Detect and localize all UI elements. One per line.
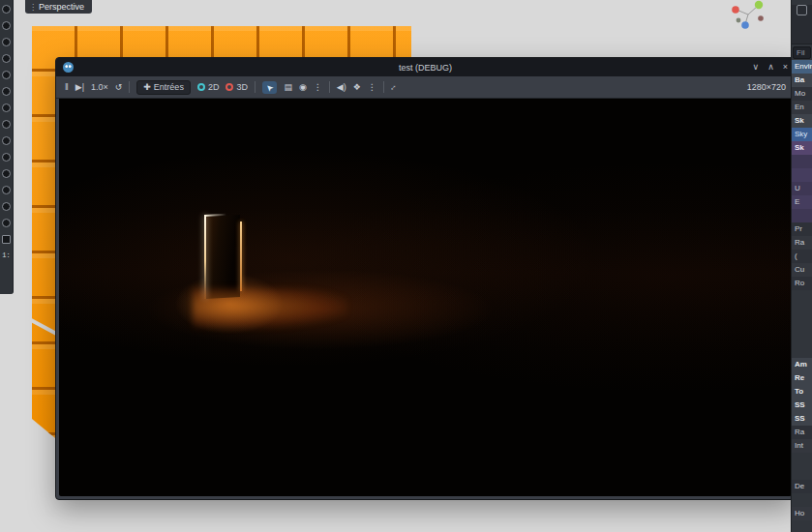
inspector-filter-input[interactable]: Fil bbox=[793, 46, 811, 59]
pause-icon: ‖ bbox=[65, 83, 69, 92]
dock-tool-8-icon[interactable] bbox=[2, 120, 11, 129]
inspector-row[interactable]: Envir bbox=[792, 60, 812, 74]
close-button[interactable]: × bbox=[783, 63, 788, 72]
mode-2d-button[interactable]: 2D bbox=[197, 83, 220, 92]
dock-tool-9-icon[interactable] bbox=[2, 136, 11, 145]
embed-fullscreen-button[interactable]: ↕ bbox=[391, 83, 396, 92]
inspector-row[interactable]: Am bbox=[792, 358, 812, 371]
next-frame-button[interactable]: ▶| bbox=[75, 83, 84, 92]
visibility-icon: ◉ bbox=[299, 83, 307, 92]
dock-list-icon[interactable]: 1: bbox=[2, 251, 11, 260]
game-toolbar: ‖▶|1.0×↺✚Entrées2D3D➤▤◉⋮◀)❖⋮↕ 1280×720 bbox=[56, 76, 795, 99]
dock-tool-13-icon[interactable] bbox=[2, 202, 11, 211]
godot-logo-icon bbox=[63, 62, 74, 73]
dock-tool-3-icon[interactable] bbox=[2, 38, 11, 46]
menu-dots-icon: ⋮ bbox=[29, 3, 36, 12]
dock-tool-11-icon[interactable] bbox=[2, 169, 11, 178]
camera-options-icon: ⋮ bbox=[368, 83, 376, 92]
mute-audio-button[interactable]: ◀) bbox=[337, 83, 346, 92]
scene-ambient-light bbox=[59, 99, 792, 496]
pause-button[interactable]: ‖ bbox=[65, 83, 69, 92]
dock-tool-14-icon[interactable] bbox=[2, 219, 11, 227]
input-mode-button[interactable]: ✚Entrées bbox=[136, 80, 191, 95]
inspector-row bbox=[792, 290, 812, 304]
inspector-row[interactable]: Sk bbox=[792, 141, 812, 155]
inspector-row[interactable]: Sky bbox=[792, 128, 812, 141]
camera-override-button[interactable]: ❖ bbox=[353, 83, 361, 92]
input-mode-button-label: Entrées bbox=[154, 83, 184, 92]
inspector-row[interactable]: Ro bbox=[792, 277, 812, 290]
door-floor-glow bbox=[193, 288, 347, 329]
maximize-button[interactable]: ∧ bbox=[767, 63, 774, 72]
toolbar-separator bbox=[129, 81, 130, 93]
inspector-row[interactable]: Re bbox=[792, 371, 812, 385]
inspector-row[interactable]: Pr bbox=[792, 222, 812, 236]
dock-tool-10-icon[interactable] bbox=[2, 153, 11, 162]
game-window-title: test (DEBUG) bbox=[56, 63, 795, 73]
view-axis-gizmo[interactable] bbox=[726, 0, 770, 33]
inspector-row[interactable]: Ba bbox=[792, 74, 812, 87]
pick-mode-icon: ➤ bbox=[264, 81, 276, 93]
inspector-row[interactable]: SS bbox=[792, 412, 812, 426]
inspector-row[interactable]: Ra bbox=[792, 426, 812, 439]
inspector-row[interactable] bbox=[792, 168, 812, 182]
inspector-row[interactable]: ( bbox=[792, 250, 812, 263]
minimize-button[interactable]: ∨ bbox=[753, 63, 760, 72]
pick-options-icon: ⋮ bbox=[314, 83, 322, 92]
node-list-icon: ▤ bbox=[284, 83, 292, 92]
inspector-row[interactable]: Sk bbox=[792, 114, 812, 128]
game-toolbar-items: ‖▶|1.0×↺✚Entrées2D3D➤▤◉⋮◀)❖⋮↕ bbox=[65, 80, 395, 95]
toolbar-separator bbox=[383, 81, 384, 93]
reset-speed-button[interactable]: ↺ bbox=[115, 83, 123, 92]
inspector-row[interactable]: Cu bbox=[792, 263, 812, 277]
inspector-tab-icon bbox=[797, 5, 807, 15]
inspector-row[interactable]: De bbox=[792, 480, 812, 493]
inspector-row[interactable]: En bbox=[792, 101, 812, 114]
dock-region-icon[interactable] bbox=[2, 235, 11, 244]
mode-3d-button-label: 3D bbox=[236, 83, 248, 92]
game-viewport[interactable] bbox=[59, 99, 792, 496]
axis-gizmo-icon bbox=[726, 0, 770, 29]
dock-tool-12-icon[interactable] bbox=[2, 186, 11, 194]
resolution-label: 1280×720 bbox=[747, 82, 786, 92]
inspector-row[interactable]: Ra bbox=[792, 236, 812, 250]
perspective-menu-button[interactable]: ⋮ Perspective bbox=[25, 0, 92, 14]
inspector-row[interactable]: Mo bbox=[792, 87, 812, 101]
inspector-panel[interactable]: Fil EnvirBaMoEnSkSkySkUEPrRa(CuRoAmReToS… bbox=[791, 0, 812, 532]
inspector-row[interactable] bbox=[792, 209, 812, 222]
inspector-row[interactable]: SS bbox=[792, 399, 812, 412]
dock-tool-5-icon[interactable] bbox=[2, 71, 11, 79]
game-window-titlebar[interactable]: test (DEBUG) ∨∧× bbox=[56, 58, 795, 76]
dock-tool-1-icon[interactable] bbox=[2, 5, 11, 14]
inspector-row bbox=[792, 520, 812, 532]
embed-fullscreen-icon: ↕ bbox=[388, 82, 398, 92]
mode-2d-button-label: 2D bbox=[208, 83, 220, 92]
dock-tool-2-icon[interactable] bbox=[2, 21, 11, 30]
mode-3d-button[interactable]: 3D bbox=[226, 83, 248, 92]
mode-2d-icon bbox=[197, 83, 205, 91]
game-window[interactable]: test (DEBUG) ∨∧× ‖▶|1.0×↺✚Entrées2D3D➤▤◉… bbox=[55, 57, 796, 500]
input-mode-icon: ✚ bbox=[143, 83, 151, 92]
toolbar-separator bbox=[329, 81, 330, 93]
inspector-row[interactable]: To bbox=[792, 385, 812, 399]
inspector-row[interactable]: U bbox=[792, 182, 812, 195]
mode-3d-icon bbox=[226, 83, 233, 91]
inspector-dock-tabs[interactable] bbox=[792, 5, 812, 44]
inspector-row bbox=[792, 304, 812, 317]
inspector-row[interactable]: Ho bbox=[792, 507, 812, 520]
visibility-button[interactable]: ◉ bbox=[299, 83, 307, 92]
node-list-button[interactable]: ▤ bbox=[284, 83, 292, 92]
pick-options-button[interactable]: ⋮ bbox=[314, 83, 322, 92]
dock-tool-7-icon[interactable] bbox=[2, 103, 11, 112]
camera-options-button[interactable]: ⋮ bbox=[368, 83, 376, 92]
inspector-row[interactable]: E bbox=[792, 195, 812, 209]
dock-tool-4-icon[interactable] bbox=[2, 54, 11, 63]
reset-speed-icon: ↺ bbox=[115, 83, 123, 92]
inspector-row[interactable]: Int bbox=[792, 439, 812, 453]
inspector-row[interactable] bbox=[792, 155, 812, 168]
dock-tool-6-icon[interactable] bbox=[2, 87, 11, 96]
speed-dropdown[interactable]: 1.0× bbox=[91, 83, 108, 92]
pick-mode-button[interactable]: ➤ bbox=[262, 81, 278, 94]
door-light-edge bbox=[240, 222, 242, 291]
doorway bbox=[206, 215, 240, 299]
